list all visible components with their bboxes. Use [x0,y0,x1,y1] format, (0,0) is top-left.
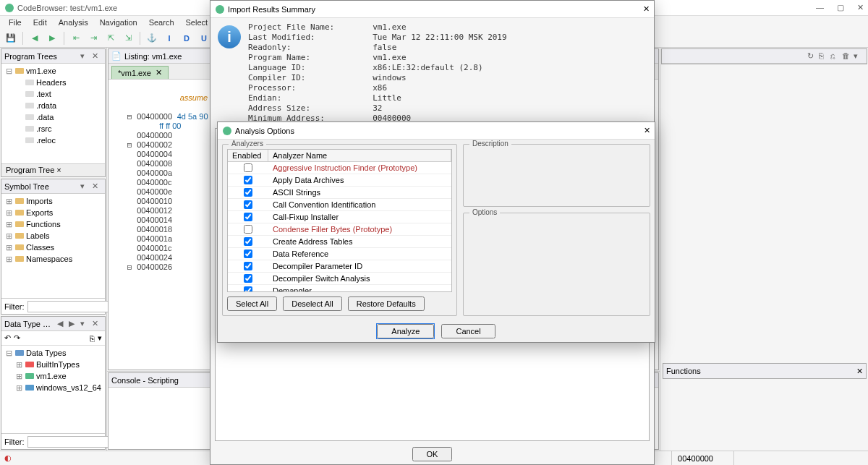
program-tree-tab[interactable]: Program Tree × [1,163,105,176]
analyzer-row[interactable]: Decompiler Switch Analysis [228,273,451,285]
dialog-icon [215,4,225,14]
functions-panel: Functions ✕ [663,363,867,379]
toolbar-save-icon[interactable]: 💾 [3,30,19,46]
analyzer-name: Apply Data Archives [268,176,451,184]
sym-item-imports[interactable]: ⊞Imports [3,195,103,207]
right-tool3-icon[interactable]: ⎌ [830,51,841,61]
restore-defaults-button[interactable]: Restore Defaults [348,297,425,311]
panel-menu-icon[interactable]: ▾ [80,182,90,192]
svg-point-0 [5,4,14,12]
menu-edit[interactable]: Edit [29,17,51,28]
panel-menu-icon[interactable]: ▾ [80,51,90,61]
analyzer-checkbox[interactable] [244,200,252,209]
sym-item-functions[interactable]: ⊞Functions [3,218,103,230]
panel-fwd-icon[interactable]: ▶ [69,319,79,329]
analyzer-checkbox[interactable] [244,286,252,292]
dt-root[interactable]: ⊟Data Types [3,347,103,359]
dt-item-vm1exe[interactable]: ⊞vm1.exe [3,370,103,382]
dt-item-windows_vs12_64[interactable]: ⊞windows_vs12_64 [3,382,103,393]
sym-item-classes[interactable]: ⊞Classes [3,242,103,253]
col-enabled[interactable]: Enabled [228,150,268,161]
analyzer-checkbox[interactable] [244,262,252,270]
dt-tool4-icon[interactable]: ▾ [98,333,102,343]
close-button[interactable]: ✕ [857,3,864,12]
svg-rect-10 [15,221,24,227]
right-tool5-icon[interactable]: ▾ [854,51,864,61]
dt-tool2-icon[interactable]: ↷ [14,333,20,343]
tree-item-Headers[interactable]: Headers [3,77,103,88]
tree-item-text[interactable]: .text [3,88,103,100]
toolbar-nav1-icon[interactable]: ⇤ [68,30,84,46]
functions-close-icon[interactable]: ✕ [856,367,863,376]
menu-file[interactable]: File [4,17,26,28]
svg-rect-16 [25,373,34,379]
menu-analysis[interactable]: Analysis [54,17,93,28]
deselect-all-button[interactable]: Deselect All [283,297,341,311]
ok-button[interactable]: OK [412,447,453,461]
select-all-button[interactable]: Select All [227,297,277,311]
analyzer-checkbox[interactable] [244,188,252,197]
analyze-button[interactable]: Analyze [377,324,434,338]
toolbar-I-icon[interactable]: I [161,30,177,46]
right-tool4-icon[interactable]: 🗑 [842,51,852,61]
svg-rect-11 [15,233,24,239]
toolbar-fwd-icon[interactable]: ▶ [44,30,60,46]
analyzer-row[interactable]: Aggressive Instruction Finder (Prototype… [228,162,451,174]
sym-item-exports[interactable]: ⊞Exports [3,207,103,218]
close-tab-icon[interactable]: ✕ [156,68,162,77]
col-name[interactable]: Analyzer Name [268,150,451,161]
dialog-icon [222,126,232,136]
tree-item-reloc[interactable]: .reloc [3,135,103,146]
toolbar-anchor-icon[interactable]: ⚓ [144,30,160,46]
tree-item-data[interactable]: .data [3,111,103,123]
tree-item-rsrc[interactable]: .rsrc [3,123,103,135]
toolbar-nav4-icon[interactable]: ⇲ [120,30,136,46]
analyzer-checkbox[interactable] [244,176,252,184]
right-tool1-icon[interactable]: ↻ [807,51,817,61]
toolbar-nav3-icon[interactable]: ⇱ [103,30,119,46]
listing-tab[interactable]: *vm1.exe ✕ [111,66,169,79]
analyzer-row[interactable]: Decompiler Parameter ID [228,260,451,273]
sym-item-labels[interactable]: ⊞Labels [3,230,103,242]
toolbar-nav2-icon[interactable]: ⇥ [85,30,101,46]
analyzer-row[interactable]: Create Address Tables [228,236,451,248]
dialog-close-icon[interactable]: ✕ [644,126,650,135]
toolbar-back-icon[interactable]: ◀ [27,30,43,46]
analyzer-row[interactable]: Call Convention Identification [228,199,451,211]
analyzer-row[interactable]: Data Reference [228,248,451,260]
analyzer-table[interactable]: Enabled Analyzer Name Aggressive Instruc… [227,149,452,292]
description-legend: Description [469,140,511,148]
analyzer-checkbox[interactable] [244,225,252,234]
menu-navigation[interactable]: Navigation [95,17,142,28]
panel-menu-icon[interactable]: ▾ [80,319,90,329]
analyzer-row[interactable]: Condense Filler Bytes (Prototype) [228,223,451,236]
panel-close-icon[interactable]: ✕ [92,51,102,61]
analyzer-row[interactable]: Apply Data Archives [228,174,451,187]
right-tool2-icon[interactable]: ⎘ [819,51,829,61]
panel-close-icon[interactable]: ✕ [92,319,102,329]
dt-item-BuiltInTypes[interactable]: ⊞BuiltInTypes [3,359,103,370]
analyzer-checkbox[interactable] [244,249,252,258]
sym-item-namespaces[interactable]: ⊞Namespaces [3,253,103,265]
minimize-button[interactable]: — [816,3,824,12]
menu-select[interactable]: Select [182,17,213,28]
panel-close-icon[interactable]: ✕ [92,182,102,192]
analyzer-checkbox[interactable] [244,213,252,221]
svg-rect-13 [15,256,24,262]
dt-tool3-icon[interactable]: ⎘ [90,334,95,343]
analyzer-checkbox[interactable] [244,274,252,283]
cancel-button[interactable]: Cancel [441,324,495,338]
dt-tool1-icon[interactable]: ↶ [4,333,11,343]
dialog-close-icon[interactable]: ✕ [643,4,650,14]
panel-back-icon[interactable]: ◀ [57,319,67,329]
menu-search[interactable]: Search [145,17,179,28]
analyzer-checkbox[interactable] [244,163,252,172]
maximize-button[interactable]: ▢ [837,3,844,12]
analyzer-row[interactable]: Demangler [228,285,451,292]
tree-root[interactable]: ⊟vm1.exe [3,65,103,77]
analyzer-row[interactable]: Call-Fixup Installer [228,211,451,223]
toolbar-D-icon[interactable]: D [179,30,195,46]
tree-item-rdata[interactable]: .rdata [3,100,103,111]
analyzer-checkbox[interactable] [244,237,252,246]
analyzer-row[interactable]: ASCII Strings [228,187,451,199]
